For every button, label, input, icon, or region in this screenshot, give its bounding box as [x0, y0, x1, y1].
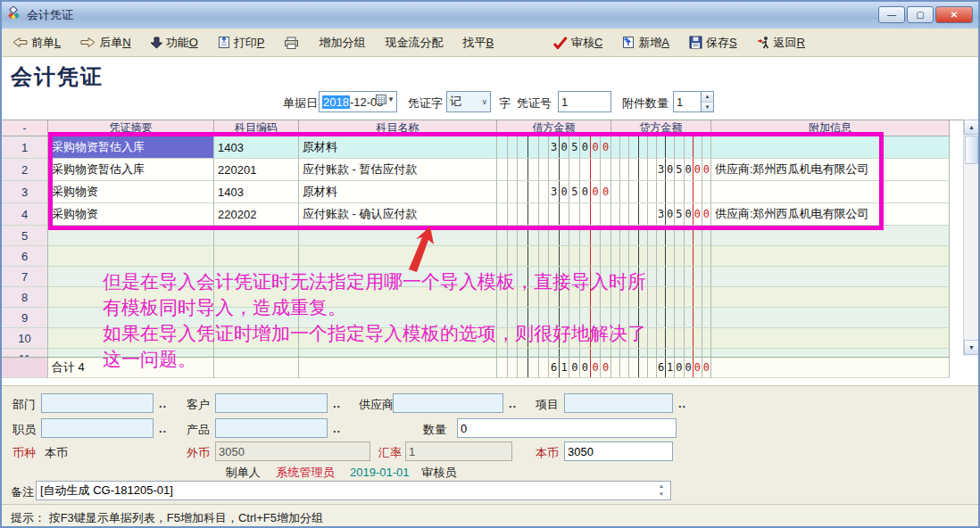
cell-code[interactable] — [214, 308, 299, 328]
customer-field[interactable] — [215, 393, 328, 413]
cell-credit[interactable] — [611, 136, 711, 159]
cell-code[interactable] — [214, 267, 299, 287]
cell-summary[interactable] — [48, 226, 214, 246]
cell-total-debit[interactable]: 610000 — [497, 358, 611, 378]
cell-name[interactable] — [299, 246, 497, 267]
voucher-no-input[interactable]: 1 — [558, 91, 611, 112]
row-number[interactable]: 11 — [2, 349, 48, 357]
toolbar-item-前单[interactable]: 前单L — [12, 35, 61, 51]
cell-summary[interactable] — [48, 328, 214, 349]
cell-name[interactable] — [299, 226, 497, 246]
row-number[interactable]: 7 — [2, 267, 48, 287]
row-number[interactable]: 5 — [2, 226, 48, 246]
toolbar-item-保存[interactable]: 保存S — [689, 35, 737, 51]
cell-name[interactable] — [299, 287, 497, 308]
cell-code[interactable]: 220201 — [214, 159, 299, 181]
quantity-field[interactable] — [457, 418, 677, 438]
cell-debit[interactable] — [497, 349, 611, 357]
product-lookup-button[interactable]: .. — [333, 422, 341, 435]
cell-name[interactable]: 应付账款 - 确认应付款 — [299, 203, 497, 226]
dept-lookup-button[interactable]: .. — [159, 397, 167, 410]
cell-total-credit[interactable]: 610000 — [611, 358, 711, 378]
cell-code[interactable] — [214, 349, 299, 357]
cell-name[interactable]: 原材料 — [299, 181, 497, 203]
cell-credit[interactable]: 305000 — [611, 203, 711, 226]
cell-credit[interactable] — [611, 328, 711, 349]
cell-info[interactable] — [711, 136, 950, 159]
toolbar-item-功能[interactable]: 功能O — [151, 35, 198, 51]
date-year-selected[interactable]: 2018 — [322, 95, 350, 109]
maximize-button[interactable]: ▢ — [907, 6, 934, 23]
cell-summary[interactable] — [48, 267, 214, 287]
local-currency-field[interactable] — [564, 441, 673, 461]
toolbar-item-打印[interactable]: 打印P — [218, 35, 265, 51]
attach-count-input[interactable]: 1 — [673, 91, 702, 112]
toolbar-item-找平[interactable]: 找平B — [462, 35, 494, 51]
toolbar-item-printer-icon[interactable] — [284, 37, 299, 49]
supplier-lookup-button[interactable]: .. — [509, 397, 517, 410]
remark-field[interactable] — [36, 481, 671, 500]
cell-debit[interactable] — [497, 308, 611, 328]
toolbar-item-增加分组[interactable]: 增加分组 — [319, 35, 365, 51]
cell-debit[interactable] — [497, 287, 611, 308]
cell-debit[interactable] — [497, 267, 611, 287]
cell-debit[interactable] — [497, 159, 611, 181]
staff-lookup-button[interactable]: .. — [159, 422, 167, 435]
cell-debit[interactable] — [497, 246, 611, 267]
rate-field[interactable] — [405, 441, 512, 461]
cell-credit[interactable] — [611, 181, 711, 203]
cell-debit[interactable] — [497, 328, 611, 349]
product-field[interactable] — [215, 418, 328, 438]
row-number[interactable]: 2 — [2, 159, 48, 181]
cell-debit[interactable]: 305000 — [497, 136, 611, 159]
cell-info[interactable] — [711, 181, 950, 203]
project-field[interactable] — [564, 393, 673, 413]
cell-info[interactable] — [711, 349, 950, 357]
calendar-dropdown-button[interactable]: ▼ — [376, 95, 394, 104]
cell-name[interactable] — [299, 328, 497, 349]
cell-credit[interactable] — [611, 349, 711, 357]
row-number[interactable]: 10 — [2, 328, 48, 349]
toolbar-item-现金流分配[interactable]: 现金流分配 — [385, 35, 443, 51]
cell-credit[interactable]: 305000 — [611, 159, 711, 181]
cell-summary[interactable] — [48, 287, 214, 308]
cell-code[interactable]: 220202 — [214, 203, 299, 226]
project-lookup-button[interactable]: .. — [678, 397, 686, 410]
date-input[interactable]: 2018-12-05 ▼ — [319, 91, 397, 112]
cell-summary[interactable]: 采购物资暂估入库 — [48, 159, 214, 181]
cell-info[interactable]: 供应商:郑州西瓜机电有限公司 — [711, 159, 950, 181]
cell-code[interactable] — [214, 328, 299, 349]
row-number[interactable]: 4 — [2, 203, 48, 226]
close-button[interactable]: ✕ — [935, 6, 973, 23]
cell-credit[interactable] — [611, 308, 711, 328]
cell-code[interactable]: 1403 — [214, 136, 299, 159]
cell-credit[interactable] — [611, 287, 711, 308]
foreign-field[interactable] — [215, 441, 370, 461]
cell-credit[interactable] — [611, 267, 711, 287]
cell-summary[interactable]: 采购物资暂估入库 — [48, 136, 214, 159]
cell-summary[interactable]: 采购物资 — [48, 203, 214, 226]
row-number[interactable]: 6 — [2, 246, 48, 267]
cell-name[interactable] — [299, 267, 497, 287]
cell-code[interactable] — [214, 226, 299, 246]
stepper-up-icon[interactable]: ▲ — [702, 92, 713, 103]
cell-info[interactable]: 供应商:郑州西瓜机电有限公司 — [711, 203, 950, 226]
cell-info[interactable] — [711, 246, 950, 267]
cell-name[interactable]: 原材料 — [299, 136, 497, 159]
scroll-down-button[interactable]: ▼ — [964, 340, 979, 355]
cell-credit[interactable] — [611, 226, 711, 246]
cell-name[interactable]: 应付账款 - 暂估应付款 — [299, 159, 497, 181]
cell-summary[interactable] — [48, 246, 214, 267]
voucher-word-select[interactable]: 记 ∨ — [446, 91, 491, 112]
scroll-up-button[interactable]: ▲ — [964, 120, 979, 135]
staff-field[interactable] — [41, 418, 154, 438]
row-number[interactable]: 9 — [2, 308, 48, 328]
cell-info[interactable] — [711, 226, 950, 246]
toolbar-item-返回[interactable]: 返回R — [757, 35, 805, 51]
cell-summary[interactable] — [48, 349, 214, 357]
toolbar-item-后单[interactable]: 后单N — [80, 35, 130, 51]
toolbar-item-审核[interactable]: 审核C — [552, 35, 602, 51]
dept-field[interactable] — [41, 393, 154, 413]
minimize-button[interactable]: — — [878, 6, 905, 23]
cell-summary[interactable]: 采购物资 — [48, 181, 214, 203]
